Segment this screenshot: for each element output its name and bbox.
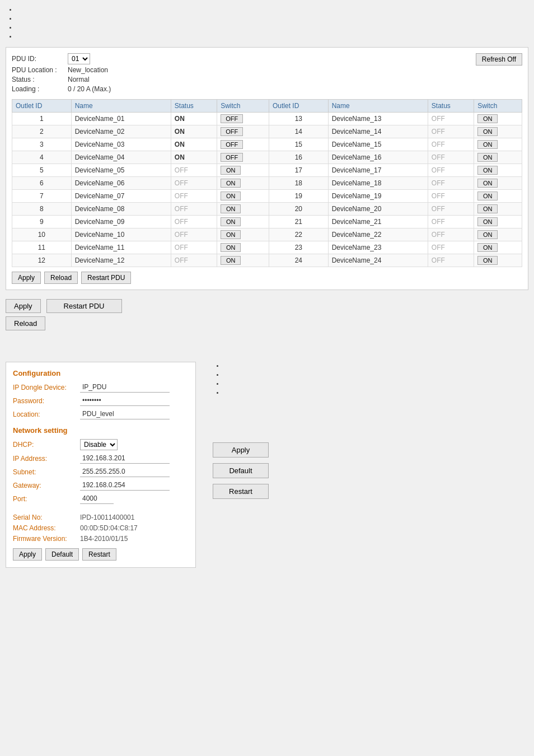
col-outlet-id-right: Outlet ID: [269, 100, 328, 113]
ip-address-input[interactable]: [80, 453, 170, 464]
outlet-switch-left[interactable]: OFF: [217, 125, 269, 138]
pdu-restart-pdu-button[interactable]: Restart PDU: [81, 272, 131, 284]
outlet-switch-right[interactable]: ON: [474, 138, 522, 151]
table-row: 3DeviceName_03ONOFF15DeviceName_15OFFON: [12, 138, 522, 151]
outlet-switch-right[interactable]: ON: [474, 228, 522, 241]
switch-button-left[interactable]: ON: [221, 256, 241, 265]
switch-button-right[interactable]: ON: [477, 140, 498, 149]
outlet-id-left: 4: [12, 151, 72, 164]
config-right-restart-button[interactable]: Restart: [213, 484, 269, 499]
password-input[interactable]: [80, 395, 170, 406]
switch-button-left[interactable]: ON: [221, 166, 241, 175]
pdu-panel: PDU ID: 01 02 PDU Location : New_locatio…: [6, 47, 528, 290]
switch-button-right[interactable]: ON: [477, 114, 498, 123]
outlet-status-right: OFF: [428, 125, 474, 138]
config-right-apply-button[interactable]: Apply: [213, 442, 269, 458]
switch-button-left[interactable]: OFF: [221, 114, 243, 123]
switch-button-right[interactable]: ON: [477, 166, 498, 175]
config-bullet-1: [224, 362, 269, 371]
outlet-switch-left[interactable]: OFF: [217, 151, 269, 164]
outlet-switch-right[interactable]: ON: [474, 241, 522, 254]
switch-button-left[interactable]: ON: [221, 217, 241, 226]
dhcp-select[interactable]: Disable Enable: [80, 439, 118, 450]
config-default-button[interactable]: Default: [45, 548, 79, 561]
switch-button-left[interactable]: ON: [221, 243, 241, 252]
outlet-switch-left[interactable]: ON: [217, 190, 269, 203]
mac-label: MAC Address:: [13, 524, 80, 532]
location-input[interactable]: [80, 409, 170, 419]
outlet-switch-right[interactable]: ON: [474, 125, 522, 138]
outlet-table: Outlet ID Name Status Switch Outlet ID N…: [12, 99, 522, 267]
switch-button-right[interactable]: ON: [477, 256, 498, 265]
port-label: Port:: [13, 495, 80, 503]
outlet-id-left: 12: [12, 254, 72, 267]
config-bullet-2: [224, 371, 269, 380]
outlet-switch-right[interactable]: ON: [474, 177, 522, 190]
outlet-switch-right[interactable]: ON: [474, 164, 522, 177]
ip-address-row: IP Address:: [13, 453, 189, 464]
table-row: 1DeviceName_01ONOFF13DeviceName_13OFFON: [12, 113, 522, 125]
outlet-switch-right[interactable]: ON: [474, 151, 522, 164]
pdu-apply-button[interactable]: Apply: [12, 272, 41, 284]
switch-button-right[interactable]: ON: [477, 204, 498, 213]
outlet-switch-left[interactable]: ON: [217, 216, 269, 228]
gateway-input[interactable]: [80, 480, 170, 491]
switch-button-right[interactable]: ON: [477, 192, 498, 200]
top-bullet-list: [6, 6, 528, 41]
subnet-input[interactable]: [80, 466, 170, 477]
outlet-switch-right[interactable]: ON: [474, 190, 522, 203]
switch-button-left[interactable]: ON: [221, 179, 241, 188]
switch-button-left[interactable]: ON: [221, 230, 241, 239]
outlet-status-left: OFF: [171, 228, 217, 241]
switch-button-right[interactable]: ON: [477, 230, 498, 239]
refresh-off-button[interactable]: Refresh Off: [476, 53, 522, 66]
outlet-name-left: DeviceName_11: [71, 241, 171, 254]
outlet-switch-right[interactable]: ON: [474, 113, 522, 125]
outlet-switch-left[interactable]: OFF: [217, 113, 269, 125]
switch-button-right[interactable]: ON: [477, 153, 498, 162]
pdu-id-select[interactable]: 01 02: [68, 53, 90, 64]
standalone-reload-button[interactable]: Reload: [6, 316, 45, 330]
subnet-label: Subnet:: [13, 468, 80, 476]
pdu-reload-button[interactable]: Reload: [44, 272, 78, 284]
outlet-switch-left[interactable]: ON: [217, 177, 269, 190]
outlet-switch-left[interactable]: ON: [217, 254, 269, 267]
location-row: Location:: [13, 409, 189, 419]
switch-button-left[interactable]: OFF: [221, 140, 243, 149]
outlet-name-left: DeviceName_02: [71, 125, 171, 138]
switch-button-right[interactable]: ON: [477, 127, 498, 136]
config-right-default-button[interactable]: Default: [213, 463, 269, 478]
switch-button-left[interactable]: ON: [221, 192, 241, 200]
port-input[interactable]: [80, 493, 114, 504]
gateway-row: Gateway:: [13, 480, 189, 491]
config-network-wrapper: Configuration IP Dongle Device: Password…: [6, 362, 528, 568]
standalone-apply-button[interactable]: Apply: [6, 299, 41, 313]
outlet-switch-right[interactable]: ON: [474, 216, 522, 228]
pdu-loading-label: Loading :: [12, 85, 68, 93]
outlet-status-left: ON: [171, 125, 217, 138]
switch-button-left[interactable]: OFF: [221, 153, 243, 162]
table-row: 6DeviceName_06OFFON18DeviceName_18OFFON: [12, 177, 522, 190]
spacer-2: [6, 351, 528, 362]
outlet-switch-left[interactable]: ON: [217, 203, 269, 216]
switch-button-right[interactable]: ON: [477, 217, 498, 226]
switch-button-right[interactable]: ON: [477, 243, 498, 252]
outlet-switch-right[interactable]: ON: [474, 254, 522, 267]
outlet-status-left: OFF: [171, 190, 217, 203]
config-restart-button[interactable]: Restart: [82, 548, 116, 561]
outlet-id-left: 10: [12, 228, 72, 241]
switch-button-left[interactable]: ON: [221, 204, 241, 213]
pdu-loading-row: Loading : 0 / 20 A (Max.): [12, 85, 111, 93]
outlet-switch-left[interactable]: OFF: [217, 138, 269, 151]
outlet-switch-left[interactable]: ON: [217, 228, 269, 241]
config-apply-button[interactable]: Apply: [13, 548, 42, 561]
standalone-restart-pdu-button[interactable]: Restart PDU: [46, 299, 122, 313]
outlet-switch-right[interactable]: ON: [474, 203, 522, 216]
ip-dongle-input[interactable]: [80, 382, 170, 393]
switch-button-left[interactable]: OFF: [221, 127, 243, 136]
outlet-switch-left[interactable]: ON: [217, 164, 269, 177]
config-right-actions: Apply Default Restart: [213, 442, 269, 499]
outlet-switch-left[interactable]: ON: [217, 241, 269, 254]
gateway-label: Gateway:: [13, 482, 80, 489]
switch-button-right[interactable]: ON: [477, 179, 498, 188]
